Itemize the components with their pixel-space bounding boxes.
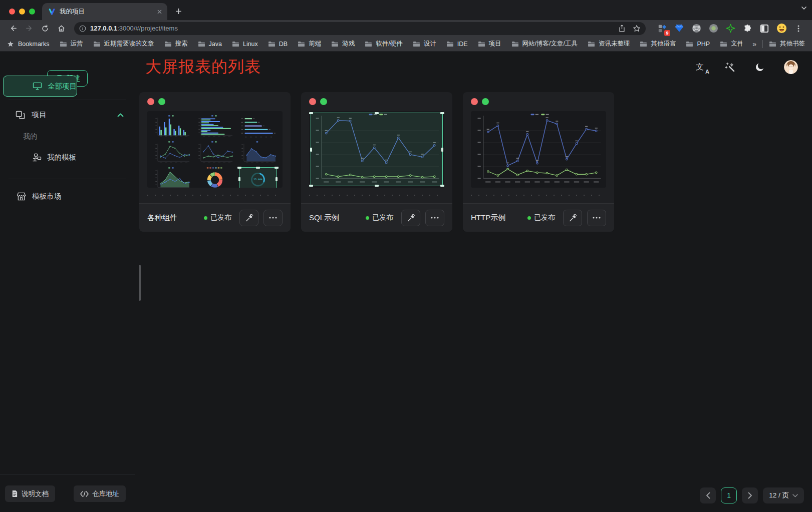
sidebar-item-my-templates[interactable]: 我的模板 [3,147,132,168]
prev-page-button[interactable] [700,487,716,503]
bookmark-folder[interactable]: PHP [686,41,710,48]
bookmark-folder-label: 资讯未整理 [599,40,630,48]
more-button[interactable] [263,210,283,226]
fullscreen-window-button[interactable] [29,9,35,15]
bookmark-folder[interactable]: Linux [232,41,258,48]
tab-search-chevron-icon[interactable] [801,6,807,10]
project-card[interactable]: 25.00% 各种组件 已发布 [139,92,291,232]
folder-icon [331,41,339,47]
sidebar-item-all-projects[interactable]: 全部项目 [3,76,77,97]
project-card-list: 25.00% 各种组件 已发布 [135,83,812,232]
bookmark-folder[interactable]: 网站/博客/文章/工具 [511,40,578,48]
chevron-up-icon[interactable] [117,113,124,117]
tab-close-icon[interactable] [155,8,163,16]
command-extension-icon[interactable] [691,23,702,34]
card-footer: SQL示例 已发布 [301,203,452,232]
sidebar-section-project[interactable]: 项目 [16,110,124,120]
back-button[interactable] [6,22,20,36]
bookmarks-bar: Bookmarks 运营 近期需要读的文章 [0,37,812,52]
puzzle-extensions-icon[interactable] [742,23,753,34]
theme-wand-icon[interactable] [724,61,736,73]
project-thumbnail[interactable] [471,111,606,188]
tab-manager-extension-icon[interactable]: 9 [657,23,668,34]
bookmark-folder[interactable]: 软件/硬件 [365,40,402,48]
mini-capsule-chart [238,115,278,140]
bookmark-folder[interactable]: Java [198,41,222,48]
docs-button[interactable]: 说明文档 [5,485,55,502]
address-bar[interactable]: 127.0.0.1:3000/#/project/items [74,22,646,35]
status-dot [527,216,531,220]
new-tab-button[interactable] [171,4,185,18]
project-card[interactable]: SQL示例 已发布 [301,92,452,232]
bookmark-star-icon[interactable] [633,25,641,33]
ellipsis-icon [269,217,277,219]
more-button[interactable] [425,210,444,226]
share-icon[interactable] [618,25,626,33]
dark-mode-moon-icon[interactable] [754,61,766,73]
document-icon [12,490,18,497]
bookmark-folder-label: 其他语言 [651,40,676,48]
bookmark-folder[interactable]: 游戏 [331,40,355,48]
repo-button[interactable]: 仓库地址 [74,485,126,502]
gem-extension-icon[interactable] [674,23,685,34]
reload-button[interactable] [38,22,52,36]
bookmarks-root[interactable]: Bookmarks [7,41,50,48]
bookmark-folder[interactable]: 前端 [298,40,321,48]
language-toggle-icon[interactable]: 文 A [694,61,706,73]
close-window-button[interactable] [9,9,15,15]
bookmark-folder-label: 网站/博客/文章/工具 [522,40,578,48]
page-size-select[interactable]: 12 / 页 [763,487,804,503]
minimize-window-button[interactable] [19,9,25,15]
project-card[interactable]: HTTP示例 已发布 [463,92,614,232]
bookmark-folder[interactable]: 文件服务器 [720,40,742,48]
sparkle-star-extension-icon[interactable] [725,23,736,34]
profile-avatar-emoji[interactable] [776,23,787,34]
current-page-button[interactable]: 1 [721,487,737,503]
project-thumbnail[interactable] [309,111,444,188]
edit-button[interactable] [401,210,420,226]
card-title: SQL示例 [309,213,361,223]
sidebar-item-label: 我的模板 [47,153,76,162]
bookmark-folder[interactable]: 设计 [413,40,436,48]
browser-menu-icon[interactable] [793,23,804,34]
browser-tab[interactable]: 我的项目 [42,3,167,20]
publish-status: 已发布 [366,213,393,222]
user-avatar[interactable] [784,60,798,74]
more-button[interactable] [587,210,606,226]
bookmark-folder[interactable]: IDE [446,41,468,48]
sidebar-item-template-market[interactable]: 模板市场 [3,186,132,207]
window-controls[interactable] [0,9,42,20]
other-bookmarks-folder[interactable]: 其他书签 [769,40,805,48]
bookmarks-divider [762,40,763,48]
bookmarks-overflow-chevron[interactable]: » [752,40,756,48]
split-view-extension-icon[interactable] [759,23,770,34]
card-title: 各种组件 [147,213,199,223]
bookmark-folder[interactable]: 资讯未整理 [588,40,630,48]
bookmark-folder[interactable]: 项目 [478,40,501,48]
translate-cn-glyph: 文 [696,62,704,73]
project-thumbnail[interactable]: 25.00% [147,111,283,188]
edit-button[interactable] [239,210,258,226]
bookmark-folder[interactable]: 搜索 [164,40,188,48]
folder-icon [60,41,67,47]
forward-button[interactable] [22,22,36,36]
home-button[interactable] [54,22,68,36]
edit-button[interactable] [563,210,582,226]
next-page-button[interactable] [742,487,758,503]
mini-area-chart [152,167,191,188]
bookmark-folder[interactable]: DB [268,41,288,48]
bookmark-folder[interactable]: 运营 [60,40,83,48]
sidebar-divider [9,100,126,100]
status-label: 已发布 [210,213,231,222]
site-info-icon[interactable] [79,25,86,32]
selection-box [311,113,443,186]
recorder-extension-icon[interactable] [708,23,719,34]
template-icon [32,153,42,162]
bookmark-folder[interactable]: 其他语言 [640,40,676,48]
extension-badge: 9 [664,30,670,36]
scrollbar-thumb[interactable] [139,265,141,301]
card-green-dot [158,98,165,105]
repo-button-label: 仓库地址 [92,489,119,498]
bookmark-folder[interactable]: 近期需要读的文章 [93,40,154,48]
folder-icon [164,41,172,47]
